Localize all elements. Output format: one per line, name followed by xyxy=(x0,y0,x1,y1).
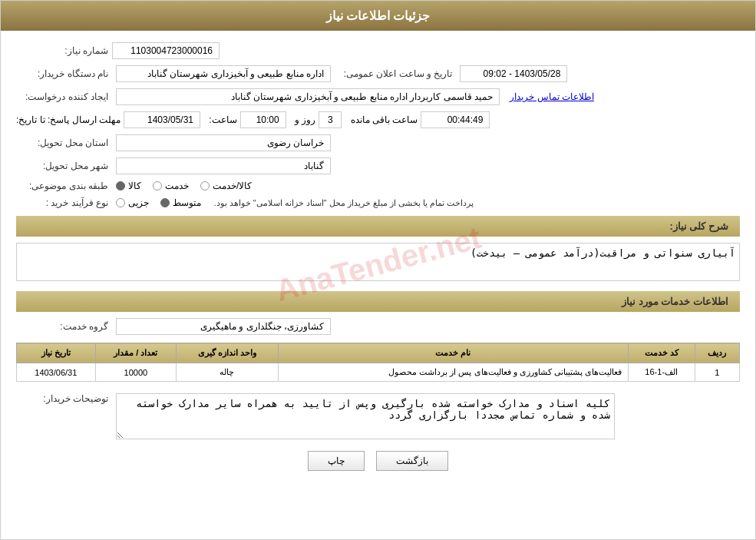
radio-mottasat: متوسط xyxy=(160,197,201,208)
kala-khedmat-label: کالا/خدمت xyxy=(213,181,252,191)
category-row: کالا/خدمت خدمت کالا طبقه بندی موضوعی: xyxy=(16,181,740,191)
cell-row: 1 xyxy=(695,363,739,382)
category-radio-group: کالا/خدمت خدمت کالا xyxy=(116,181,252,191)
province-label: استان محل تحویل: xyxy=(16,137,108,148)
radio-jozee: جزیی xyxy=(116,197,149,208)
remaining-label: ساعت باقی مانده xyxy=(351,114,418,125)
creator-value: حمید قاسمی کاربردار اداره منابع طبیعی و … xyxy=(116,88,500,105)
buyer-org-label: نام دستگاه خریدار: xyxy=(16,68,108,79)
cell-code: الف-1-16 xyxy=(628,363,695,382)
contact-link[interactable]: اطلاعات تماس خریدار xyxy=(510,91,594,102)
need-description-textarea[interactable] xyxy=(16,243,740,281)
need-number-label: شماره نیاز: xyxy=(16,45,108,56)
buyer-org-announce-row: 1403/05/28 - 09:02 تاریخ و ساعت اعلان عم… xyxy=(16,65,740,82)
radio-khedmat-circle[interactable] xyxy=(153,181,162,190)
kala-label: کالا xyxy=(128,181,141,191)
send-day-label: روز و xyxy=(295,114,315,125)
buyer-org-value: اداره منابع طبیعی و آبخیزداری شهرستان گن… xyxy=(116,65,331,82)
page-title: جزئیات اطلاعات نیاز xyxy=(326,9,431,22)
radio-mottasat-circle[interactable] xyxy=(160,198,170,207)
purchase-type-label: نوع فرآیند خرید : xyxy=(16,197,108,208)
buyer-notes-textarea[interactable] xyxy=(116,393,615,439)
services-table-header: ردیف کد خدمت نام خدمت واحد اندازه گیری ت… xyxy=(17,343,740,363)
announce-label: تاریخ و ساعت اعلان عمومی: xyxy=(344,68,453,79)
send-days: 3 xyxy=(319,111,342,128)
remaining-time: 00:44:49 xyxy=(421,111,490,128)
creator-row: اطلاعات تماس خریدار حمید قاسمی کاربردار … xyxy=(16,88,740,105)
send-time-label: ساعت: xyxy=(209,114,236,125)
purchase-radio-group: متوسط جزیی xyxy=(116,197,201,208)
need-number-row: 1103004723000016 شماره نیاز: xyxy=(16,42,740,59)
send-date: 1403/05/31 xyxy=(124,111,200,128)
col-unit: واحد اندازه گیری xyxy=(177,343,279,363)
radio-kala-circle[interactable] xyxy=(116,181,125,190)
table-row: 1 الف-1-16 فعالیت‌های پشتیبانی کشاورزی و… xyxy=(17,363,740,382)
buyer-notes-label: توضیحات خریدار: xyxy=(16,393,108,404)
col-date: تاریخ نیاز xyxy=(17,343,96,363)
need-description-section-title: شرح کلی نیاز: xyxy=(16,216,740,237)
purchase-type-row: پرداخت تمام یا بخشی از مبلغ خریداز محل "… xyxy=(16,197,740,208)
city-value: گناباد xyxy=(116,157,331,174)
province-value: خراسان رضوی xyxy=(116,134,331,151)
deadline-row: 00:44:49 ساعت باقی مانده 3 روز و 10:00 س… xyxy=(16,111,740,128)
buyer-notes-row: توضیحات خریدار: xyxy=(16,393,740,439)
print-button[interactable]: چاپ xyxy=(308,451,365,471)
services-info-section-title: اطلاعات خدمات مورد نیاز xyxy=(16,291,740,312)
jozee-label: جزیی xyxy=(128,197,149,208)
services-tbody: 1 الف-1-16 فعالیت‌های پشتیبانی کشاورزی و… xyxy=(17,363,740,382)
services-table: ردیف کد خدمت نام خدمت واحد اندازه گیری ت… xyxy=(16,343,740,382)
service-group-row: کشاورزی، جنگلداری و ماهیگیری گروه خدمت: xyxy=(16,318,740,335)
col-qty: تعداد / مقدار xyxy=(95,343,177,363)
khedmat-label: خدمت xyxy=(165,181,189,191)
send-deadline-label: مهلت ارسال پاسخ: تا تاریخ: xyxy=(16,114,120,125)
city-row: گناباد شهر محل تحویل: xyxy=(16,157,740,174)
radio-kala-khedmat-circle[interactable] xyxy=(200,181,210,190)
buttons-row: بازگشت چاپ xyxy=(16,451,740,471)
service-group-value: کشاورزی، جنگلداری و ماهیگیری xyxy=(116,318,331,335)
cell-date: 1403/06/31 xyxy=(17,363,96,382)
radio-jozee-circle[interactable] xyxy=(116,198,125,207)
province-row: خراسان رضوی استان محل تحویل: xyxy=(16,134,740,151)
page-header: جزئیات اطلاعات نیاز xyxy=(1,1,755,31)
col-name: نام خدمت xyxy=(278,343,628,363)
col-row: ردیف xyxy=(695,343,739,363)
cell-unit: چاله xyxy=(177,363,279,382)
category-label: طبقه بندی موضوعی: xyxy=(16,181,108,191)
service-group-label: گروه خدمت: xyxy=(16,321,108,332)
back-button[interactable]: بازگشت xyxy=(376,451,448,471)
cell-qty: 10000 xyxy=(95,363,177,382)
radio-kala-khedmat: کالا/خدمت xyxy=(200,181,252,191)
city-label: شهر محل تحویل: xyxy=(16,161,108,171)
mottasat-label: متوسط xyxy=(173,197,201,208)
radio-khedmat: خدمت xyxy=(153,181,189,191)
radio-kala: کالا xyxy=(116,181,141,191)
creator-label: ایجاد کننده درخواست: xyxy=(16,91,108,102)
purchase-notice: پرداخت تمام یا بخشی از مبلغ خریداز محل "… xyxy=(214,198,474,208)
announce-value: 1403/05/28 - 09:02 xyxy=(460,65,567,82)
cell-name: فعالیت‌های پشتیبانی کشاورزی و فعالیت‌های… xyxy=(278,363,628,382)
need-number-value: 1103004723000016 xyxy=(112,42,220,59)
send-time: 10:00 xyxy=(240,111,286,128)
col-code: کد خدمت xyxy=(628,343,695,363)
